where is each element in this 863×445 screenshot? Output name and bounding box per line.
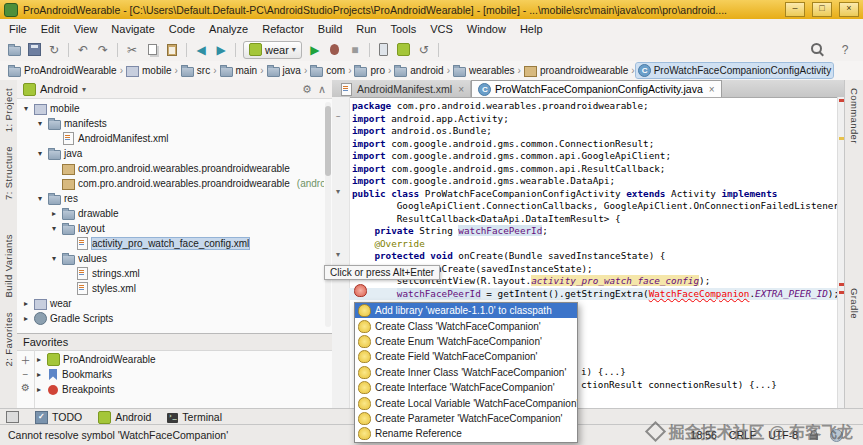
folded-code-fragment[interactable]: ctionResult connectionResult) {...} — [581, 379, 777, 392]
code-line[interactable]: protected void onCreate(Bundle savedInst… — [349, 250, 838, 263]
folded-code-fragment[interactable]: i) {...} — [581, 366, 626, 379]
file-encoding[interactable]: UTF-8 — [768, 429, 798, 441]
breadcrumb-item[interactable]: proandroidwearable — [522, 63, 630, 78]
breadcrumb-item[interactable]: ProWatchFaceCompanionConfigActivity — [636, 63, 833, 78]
breadcrumb-item[interactable]: java — [265, 63, 303, 78]
fold-marker-icon[interactable]: ▾ — [336, 250, 340, 259]
undo-icon[interactable]: ↶ — [73, 41, 93, 59]
intention-action-item[interactable]: Create Class 'WatchFaceCompanion' — [355, 318, 577, 333]
chevron-down-icon[interactable]: ▾ — [49, 224, 59, 233]
chevron-right-icon[interactable]: ▸ — [49, 209, 59, 218]
error-lightbulb-icon[interactable] — [354, 284, 367, 297]
search-everywhere-icon[interactable] — [807, 41, 827, 59]
menu-run[interactable]: Run — [349, 21, 383, 37]
tool-window-switcher-icon[interactable] — [6, 411, 19, 423]
copy-icon[interactable] — [142, 41, 162, 59]
tree-item[interactable]: ▾manifests — [17, 116, 324, 131]
intention-action-item[interactable]: Create Inner Class 'WatchFaceCompanion' — [355, 365, 577, 380]
redo-icon[interactable]: ↷ — [93, 41, 113, 59]
tool-window-button[interactable]: Build Variants — [3, 234, 14, 298]
forward-icon[interactable]: ▶ — [211, 41, 231, 59]
tree-item[interactable]: ▸Gradle Scripts — [17, 311, 324, 326]
menu-file[interactable]: File — [2, 21, 34, 37]
menu-edit[interactable]: Edit — [34, 21, 67, 37]
minimize-button[interactable]: – — [785, 2, 805, 17]
maximize-button[interactable]: □ — [812, 2, 832, 17]
breadcrumb-item[interactable]: wearables — [451, 63, 517, 78]
menu-code[interactable]: Code — [162, 21, 202, 37]
tool-window-button[interactable]: Gradle — [849, 288, 860, 319]
tree-item[interactable]: styles.xml — [17, 281, 324, 296]
menu-refactor[interactable]: Refactor — [255, 21, 311, 37]
collapse-all-icon[interactable]: ∧ — [318, 83, 326, 96]
editor-tab[interactable]: ProWatchFaceCompanionConfigActivity.java… — [471, 80, 722, 97]
tree-item[interactable]: ▾mobile — [17, 101, 324, 116]
run-config-combo[interactable]: wear▾ — [243, 41, 302, 59]
chevron-down-icon[interactable]: ▾ — [21, 104, 31, 113]
menu-vcs[interactable]: VCS — [423, 21, 460, 37]
tree-item[interactable]: ▾java — [17, 146, 324, 161]
code-line[interactable]: import android.app.Activity; — [349, 113, 838, 126]
breadcrumb-item[interactable]: pro — [352, 63, 386, 78]
menu-build[interactable]: Build — [311, 21, 349, 37]
code-line[interactable]: public class ProWatchFaceCompanionConfig… — [349, 188, 838, 201]
chevron-right-icon[interactable]: ▸ — [34, 370, 44, 379]
debug-icon[interactable] — [325, 41, 345, 59]
code-line[interactable]: @Override — [349, 238, 838, 251]
tool-window-button[interactable]: 2: Favorites — [3, 312, 14, 366]
menu-tools[interactable]: Tools — [383, 21, 423, 37]
menu-help[interactable]: Help — [513, 21, 550, 37]
close-tab-icon[interactable]: × — [458, 84, 464, 95]
tree-item[interactable]: ▾layout — [17, 221, 324, 236]
chevron-right-icon[interactable]: ▸ — [21, 299, 31, 308]
settings-gear-icon[interactable]: ⚙ — [302, 83, 312, 96]
intention-action-item[interactable]: Create Parameter 'WatchFaceCompanion' — [355, 411, 577, 426]
tree-item[interactable]: com.pro.android.wearables.proandroidwear… — [17, 176, 324, 191]
project-view-selector[interactable]: Android — [40, 83, 78, 95]
chevron-right-icon[interactable]: ▸ — [34, 355, 44, 364]
code-line[interactable]: GoogleApiClient.ConnectionCallbacks, Goo… — [349, 200, 838, 213]
code-line[interactable]: import com.google.android.gms.common.api… — [349, 150, 838, 163]
project-tree-scrollbar[interactable] — [325, 102, 331, 327]
code-line[interactable]: import android.os.Bundle; — [349, 125, 838, 138]
chevron-right-icon[interactable]: ▸ — [21, 314, 31, 323]
tree-item[interactable]: com.pro.android.wearables.proandroidwear… — [17, 161, 324, 176]
tree-item[interactable]: ▸wear — [17, 296, 324, 311]
favorites-item[interactable]: ▸Bookmarks — [34, 367, 332, 382]
intention-action-item[interactable]: Create Field 'WatchFaceCompanion' — [355, 349, 577, 364]
favorites-settings-icon[interactable]: ⚙ — [21, 382, 30, 393]
sync-icon[interactable]: ↻ — [44, 41, 64, 59]
add-favorite-icon[interactable]: ＋ — [21, 352, 31, 367]
intention-action-item[interactable]: Create Interface 'WatchFaceCompanion' — [355, 380, 577, 395]
back-icon[interactable]: ◀ — [191, 41, 211, 59]
breadcrumb-item[interactable]: ProAndroidWearable — [6, 63, 119, 78]
code-line[interactable]: import com.google.android.gms.common.Con… — [349, 138, 838, 151]
editor-tab[interactable]: AndroidManifest.xml× — [334, 81, 471, 97]
intention-action-item[interactable]: Add library 'wearable-1.1.0' to classpat… — [355, 303, 577, 318]
chevron-right-icon[interactable]: ▸ — [34, 385, 44, 394]
chevron-down-icon[interactable]: ▾ — [35, 194, 45, 203]
tool-window-button[interactable]: 1: Project — [3, 88, 14, 132]
tool-window-button-todo[interactable]: TODO — [35, 411, 82, 424]
open-file-icon[interactable] — [4, 41, 24, 59]
run-icon[interactable]: ▶ — [305, 41, 325, 59]
code-line[interactable]: package com.pro.android.wearables.proand… — [349, 100, 838, 113]
tree-item[interactable]: ▸drawable — [17, 206, 324, 221]
line-separator[interactable]: CRLF — [729, 429, 756, 441]
fold-marker-icon[interactable]: ▾ — [336, 187, 340, 196]
breadcrumb-item[interactable]: com — [308, 63, 347, 78]
menu-view[interactable]: View — [67, 21, 105, 37]
tool-window-button[interactable]: 7: Structure — [3, 146, 14, 200]
paste-icon[interactable] — [162, 41, 182, 59]
code-line[interactable]: watchFacePeerId = getIntent().getStringE… — [349, 288, 838, 301]
remove-favorite-icon[interactable]: − — [23, 369, 29, 380]
tree-item[interactable]: AndroidManifest.xml — [17, 131, 324, 146]
close-tab-icon[interactable]: × — [709, 84, 715, 95]
intention-action-item[interactable]: Create Local Variable 'WatchFaceCompanio… — [355, 395, 577, 410]
breadcrumb-item[interactable]: main — [218, 63, 260, 78]
breadcrumb-item[interactable]: src — [179, 63, 212, 78]
menu-window[interactable]: Window — [460, 21, 513, 37]
menu-navigate[interactable]: Navigate — [104, 21, 161, 37]
tree-item[interactable]: strings.xml — [17, 266, 324, 281]
intention-action-item[interactable]: Rename Reference — [355, 426, 577, 441]
